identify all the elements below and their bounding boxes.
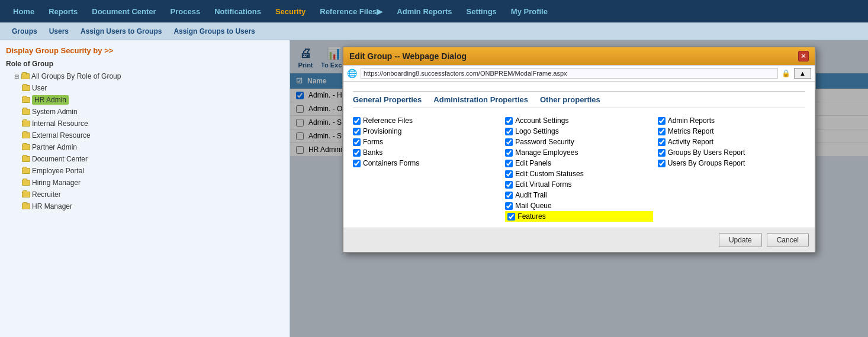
chk-edit-panels[interactable] [505,160,513,167]
chk-edit-virtual-forms[interactable] [505,181,513,189]
tab-other-properties[interactable]: Other properties [540,95,600,105]
chk-containers-forms[interactable] [353,160,361,167]
modal-title: Edit Group -- Webpage Dialog [349,51,467,61]
check-provisioning[interactable]: Provisioning [353,126,500,137]
tree: ⊟ All Groups By Role of Group User HR Ad… [6,70,284,212]
tree-label-doccenter: Document Center [32,155,88,163]
tree-label-hrmanager: HR Manager [32,202,72,210]
check-edit-custom-statuses[interactable]: Edit Custom Statuses [505,168,652,179]
check-reference-files[interactable]: Reference Files [353,115,500,126]
tree-label-employee: Employee Portal [32,167,84,175]
modal-dialog: Edit Group -- Webpage Dialog ✕ 🌐 🔒 ▲ Gen… [342,46,816,253]
nav-reference-files[interactable]: Reference Files ▶ [313,0,390,22]
subnav-users[interactable]: Users [43,22,75,40]
chk-groups-by-users[interactable] [658,149,666,157]
chk-admin-reports[interactable] [658,117,666,125]
chk-mail-queue[interactable] [505,202,513,210]
tree-item-external[interactable]: External Resource [8,129,284,141]
check-groups-by-users[interactable]: Groups By Users Report [658,147,805,158]
tree-item-hiring[interactable]: Hiring Manager [8,177,284,189]
chk-reference-files[interactable] [353,117,361,125]
chk-users-by-groups[interactable] [658,160,666,167]
left-panel: Display Group Security by >> Role of Gro… [0,40,290,337]
check-banks[interactable]: Banks [353,147,500,158]
check-activity-report[interactable]: Activity Report [658,137,805,147]
modal-col3: Admin Reports Metrics Report Activity Re… [658,115,805,222]
modal-urlbar: 🌐 🔒 ▲ [343,65,815,82]
tree-label-hiring: Hiring Manager [32,179,81,187]
nav-security[interactable]: Security [268,0,313,22]
check-admin-reports[interactable]: Admin Reports [658,115,805,126]
chk-banks[interactable] [353,149,361,157]
check-mail-queue[interactable]: Mail Queue [505,200,652,211]
tab-admin-properties[interactable]: Administration Properties [433,95,528,105]
nav-process[interactable]: Process [163,0,208,22]
chk-manage-employees[interactable] [505,149,513,157]
check-logo-settings[interactable]: Logo Settings [505,126,652,137]
modal-titlebar: Edit Group -- Webpage Dialog ✕ [343,47,815,65]
tree-item-partner[interactable]: Partner Admin [8,141,284,153]
subnav-assign-groups[interactable]: Assign Groups to Users [168,22,261,40]
check-password-security[interactable]: Password Security [505,137,652,147]
check-edit-panels[interactable]: Edit Panels [505,158,652,168]
check-users-by-groups[interactable]: Users By Groups Report [658,158,805,168]
url-input[interactable] [361,68,778,79]
lock-icon: 🔒 [782,69,790,77]
chk-edit-custom-statuses[interactable] [505,170,513,178]
tree-item-hradmin[interactable]: HR Admin [8,94,284,106]
chk-features[interactable] [507,213,515,221]
check-forms[interactable]: Forms [353,137,500,147]
nav-settings[interactable]: Settings [459,0,504,22]
nav-notifications[interactable]: Notifications [207,0,268,22]
nav-document-center[interactable]: Document Center [85,0,163,22]
tree-item-doccenter[interactable]: Document Center [8,153,284,165]
update-button[interactable]: Update [719,233,762,247]
check-account-settings[interactable]: Account Settings [505,115,652,126]
subnav-groups[interactable]: Groups [6,22,43,40]
nav-reports[interactable]: Reports [41,0,85,22]
tree-label-user: User [32,84,47,92]
chk-metrics-report[interactable] [658,128,666,135]
modal-columns: Reference Files Provisioning Forms [353,115,805,222]
tree-item-sysadmin[interactable]: System Admin [8,106,284,118]
cancel-button[interactable]: Cancel [767,233,809,247]
nav-home[interactable]: Home [6,0,41,22]
check-features[interactable]: Features [505,211,652,222]
nav-my-profile[interactable]: My Profile [504,0,555,22]
nav-admin-reports[interactable]: Admin Reports [390,0,459,22]
scrollbar-up-btn[interactable]: ▲ [794,68,811,79]
check-audit-trail[interactable]: Audit Trail [505,190,652,200]
tree-all-groups[interactable]: ⊟ All Groups By Role of Group [8,70,284,82]
tree-label-hradmin: HR Admin [32,95,69,105]
modal-tabs: General Properties Administration Proper… [353,95,805,108]
chk-password-security[interactable] [505,138,513,146]
tree-item-employee[interactable]: Employee Portal [8,165,284,177]
check-containers-forms[interactable]: Containers Forms [353,158,500,168]
tree-item-internal[interactable]: Internal Resource [8,118,284,129]
chk-account-settings[interactable] [505,117,513,125]
chk-forms[interactable] [353,138,361,146]
folder-icon-hradmin [21,96,31,104]
chk-audit-trail[interactable] [505,192,513,199]
tree-item-user[interactable]: User [8,82,284,94]
folder-icon-doccenter [21,155,31,163]
check-metrics-report[interactable]: Metrics Report [658,126,805,137]
display-group-title[interactable]: Display Group Security by >> [6,46,284,55]
folder-icon-user [21,84,31,92]
tree-item-recruiter[interactable]: Recruiter [8,189,284,200]
subnav-assign-users[interactable]: Assign Users to Groups [75,22,168,40]
check-manage-employees[interactable]: Manage Employees [505,147,652,158]
check-edit-virtual-forms[interactable]: Edit Virtual Forms [505,179,652,190]
tab-general-properties[interactable]: General Properties [353,95,422,105]
chk-logo-settings[interactable] [505,128,513,135]
folder-icon-sysadmin [21,108,31,116]
tree-root-label: Role of Group [6,60,284,68]
chk-provisioning[interactable] [353,128,361,135]
tree-item-hrmanager[interactable]: HR Manager [8,200,284,212]
chk-activity-report[interactable] [658,138,666,146]
modal-footer: Update Cancel [343,228,815,252]
tree-label-internal: Internal Resource [32,119,88,128]
folder-icon-employee [21,167,31,175]
modal-close-button[interactable]: ✕ [798,51,809,61]
tree-label-recruiter: Recruiter [32,190,61,199]
